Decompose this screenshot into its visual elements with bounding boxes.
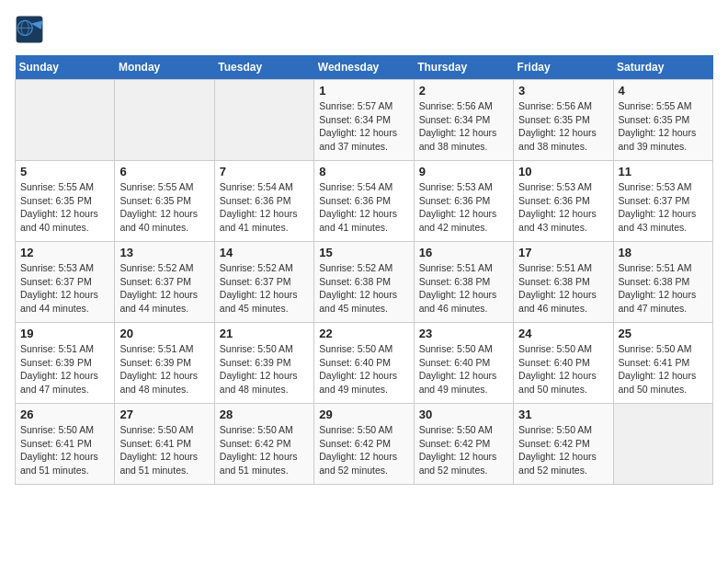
calendar-header: SundayMondayTuesdayWednesdayThursdayFrid… [16,55,713,80]
calendar-cell: 30Sunrise: 5:50 AMSunset: 6:42 PMDayligh… [414,404,513,485]
calendar-body: 1Sunrise: 5:57 AMSunset: 6:34 PMDaylight… [16,80,713,485]
day-info: Sunrise: 5:53 AMSunset: 6:36 PMDaylight:… [419,180,508,235]
day-info: Sunrise: 5:51 AMSunset: 6:39 PMDaylight:… [20,342,109,396]
day-number: 9 [419,165,508,178]
day-number: 31 [518,408,608,421]
day-info: Sunrise: 5:50 AMSunset: 6:41 PMDaylight:… [619,342,708,396]
day-info: Sunrise: 5:51 AMSunset: 6:39 PMDaylight:… [119,342,209,396]
calendar-cell: 26Sunrise: 5:50 AMSunset: 6:41 PMDayligh… [16,404,115,485]
calendar-cell: 20Sunrise: 5:51 AMSunset: 6:39 PMDayligh… [115,323,214,404]
day-info: Sunrise: 5:50 AMSunset: 6:42 PMDaylight:… [518,423,608,477]
calendar-cell [16,80,115,161]
calendar-week-1: 1Sunrise: 5:57 AMSunset: 6:34 PMDaylight… [16,80,713,161]
calendar-cell: 2Sunrise: 5:56 AMSunset: 6:34 PMDaylight… [414,80,513,161]
calendar-cell: 4Sunrise: 5:55 AMSunset: 6:35 PMDaylight… [613,80,712,161]
day-info: Sunrise: 5:56 AMSunset: 6:35 PMDaylight:… [518,99,608,154]
day-info: Sunrise: 5:52 AMSunset: 6:37 PMDaylight:… [119,261,209,316]
day-number: 17 [518,246,608,259]
calendar-cell: 21Sunrise: 5:50 AMSunset: 6:39 PMDayligh… [214,323,313,404]
day-info: Sunrise: 5:53 AMSunset: 6:37 PMDaylight:… [619,180,708,235]
calendar-cell: 16Sunrise: 5:51 AMSunset: 6:38 PMDayligh… [414,242,513,323]
calendar-week-2: 5Sunrise: 5:55 AMSunset: 6:35 PMDaylight… [16,161,713,242]
calendar-cell: 27Sunrise: 5:50 AMSunset: 6:41 PMDayligh… [115,404,214,485]
day-info: Sunrise: 5:55 AMSunset: 6:35 PMDaylight:… [619,99,708,154]
day-info: Sunrise: 5:50 AMSunset: 6:42 PMDaylight:… [220,423,309,477]
day-info: Sunrise: 5:51 AMSunset: 6:38 PMDaylight:… [419,261,508,316]
calendar-cell: 12Sunrise: 5:53 AMSunset: 6:37 PMDayligh… [16,242,115,323]
day-header-sunday: Sunday [16,55,115,80]
day-number: 21 [220,327,309,340]
logo [15,15,48,44]
day-number: 22 [319,327,408,340]
day-info: Sunrise: 5:50 AMSunset: 6:41 PMDaylight:… [119,423,209,477]
day-number: 25 [619,327,708,340]
calendar-cell: 1Sunrise: 5:57 AMSunset: 6:34 PMDaylight… [314,80,414,161]
day-info: Sunrise: 5:57 AMSunset: 6:34 PMDaylight:… [319,99,408,154]
day-header-monday: Monday [115,55,214,80]
day-info: Sunrise: 5:50 AMSunset: 6:40 PMDaylight:… [419,342,508,396]
logo-icon [15,15,44,44]
day-number: 23 [419,327,508,340]
day-number: 27 [119,408,209,421]
calendar-cell: 15Sunrise: 5:52 AMSunset: 6:38 PMDayligh… [314,242,414,323]
calendar-cell: 23Sunrise: 5:50 AMSunset: 6:40 PMDayligh… [414,323,513,404]
calendar-cell: 3Sunrise: 5:56 AMSunset: 6:35 PMDaylight… [514,80,613,161]
day-number: 16 [419,246,508,259]
day-info: Sunrise: 5:52 AMSunset: 6:37 PMDaylight:… [220,261,309,316]
day-info: Sunrise: 5:50 AMSunset: 6:40 PMDaylight:… [518,342,608,396]
day-info: Sunrise: 5:50 AMSunset: 6:41 PMDaylight:… [20,423,109,477]
calendar-table: SundayMondayTuesdayWednesdayThursdayFrid… [15,55,713,485]
day-info: Sunrise: 5:50 AMSunset: 6:40 PMDaylight:… [319,342,408,396]
day-info: Sunrise: 5:50 AMSunset: 6:39 PMDaylight:… [220,342,309,396]
calendar-cell: 25Sunrise: 5:50 AMSunset: 6:41 PMDayligh… [613,323,712,404]
calendar-cell: 19Sunrise: 5:51 AMSunset: 6:39 PMDayligh… [16,323,115,404]
calendar-cell [115,80,214,161]
svg-rect-0 [17,17,43,43]
day-header-friday: Friday [514,55,613,80]
day-number: 13 [119,246,209,259]
calendar-cell [613,404,712,485]
day-info: Sunrise: 5:50 AMSunset: 6:42 PMDaylight:… [419,423,508,477]
calendar-week-4: 19Sunrise: 5:51 AMSunset: 6:39 PMDayligh… [16,323,713,404]
day-number: 8 [319,165,408,178]
day-number: 19 [20,327,109,340]
calendar-cell: 6Sunrise: 5:55 AMSunset: 6:35 PMDaylight… [115,161,214,242]
day-number: 3 [518,84,608,98]
calendar-cell: 11Sunrise: 5:53 AMSunset: 6:37 PMDayligh… [613,161,712,242]
calendar-cell: 17Sunrise: 5:51 AMSunset: 6:38 PMDayligh… [514,242,613,323]
day-number: 5 [20,165,109,178]
day-number: 7 [220,165,309,178]
calendar-cell: 31Sunrise: 5:50 AMSunset: 6:42 PMDayligh… [514,404,613,485]
day-number: 10 [518,165,608,178]
day-number: 4 [619,84,708,98]
calendar-cell: 14Sunrise: 5:52 AMSunset: 6:37 PMDayligh… [214,242,313,323]
day-info: Sunrise: 5:56 AMSunset: 6:34 PMDaylight:… [419,99,508,154]
calendar-cell: 10Sunrise: 5:53 AMSunset: 6:36 PMDayligh… [514,161,613,242]
day-number: 24 [518,327,608,340]
day-info: Sunrise: 5:51 AMSunset: 6:38 PMDaylight:… [518,261,608,316]
day-number: 6 [119,165,209,178]
day-number: 15 [319,246,408,259]
day-number: 20 [119,327,209,340]
calendar-cell: 29Sunrise: 5:50 AMSunset: 6:42 PMDayligh… [314,404,414,485]
day-info: Sunrise: 5:54 AMSunset: 6:36 PMDaylight:… [220,180,309,235]
day-number: 30 [419,408,508,421]
calendar-week-3: 12Sunrise: 5:53 AMSunset: 6:37 PMDayligh… [16,242,713,323]
day-number: 26 [20,408,109,421]
day-number: 2 [419,84,508,98]
calendar-cell: 8Sunrise: 5:54 AMSunset: 6:36 PMDaylight… [314,161,414,242]
day-number: 11 [619,165,708,178]
day-header-wednesday: Wednesday [314,55,414,80]
day-info: Sunrise: 5:54 AMSunset: 6:36 PMDaylight:… [319,180,408,235]
day-header-tuesday: Tuesday [214,55,313,80]
day-header-thursday: Thursday [414,55,513,80]
day-info: Sunrise: 5:51 AMSunset: 6:38 PMDaylight:… [619,261,708,316]
calendar-cell: 7Sunrise: 5:54 AMSunset: 6:36 PMDaylight… [214,161,313,242]
calendar-cell: 9Sunrise: 5:53 AMSunset: 6:36 PMDaylight… [414,161,513,242]
day-number: 29 [319,408,408,421]
calendar-cell: 28Sunrise: 5:50 AMSunset: 6:42 PMDayligh… [214,404,313,485]
day-number: 12 [20,246,109,259]
day-info: Sunrise: 5:55 AMSunset: 6:35 PMDaylight:… [119,180,209,235]
page-header [15,15,713,44]
calendar-cell: 22Sunrise: 5:50 AMSunset: 6:40 PMDayligh… [314,323,414,404]
